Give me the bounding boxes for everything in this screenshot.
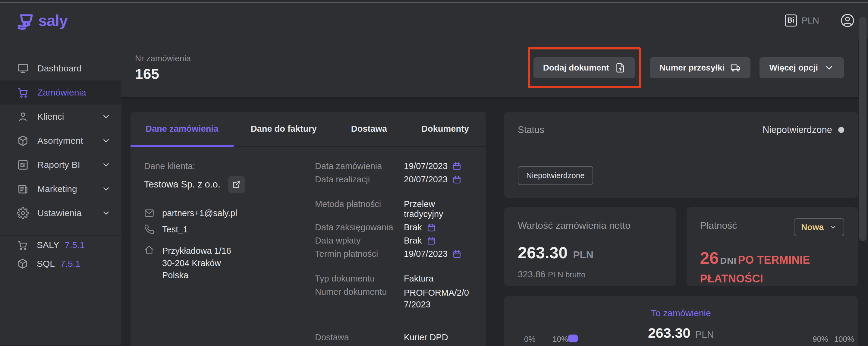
- main-area: Nr zamówienia 165 Dodaj dokument: [121, 38, 868, 345]
- payment-title: Płatność: [700, 220, 737, 231]
- chevron-down-icon: [829, 223, 837, 231]
- sidebar-item-settings[interactable]: Ustawienia: [0, 201, 121, 225]
- newspaper-icon: [17, 183, 29, 195]
- bi-icon: Bi: [785, 14, 797, 27]
- sidebar-item-label: Asortyment: [37, 136, 83, 146]
- scale-label-10: 10%: [553, 335, 568, 344]
- chevron-down-icon: [824, 63, 834, 73]
- client-email: partners+1@saly.pl: [162, 208, 237, 218]
- saly-logo[interactable]: saly: [17, 11, 67, 30]
- monitor-icon: [17, 62, 29, 74]
- svg-text:Bi: Bi: [20, 162, 26, 168]
- status-value-row: Niepotwierdzone: [763, 124, 844, 135]
- calendar-icon[interactable]: [453, 162, 461, 171]
- order-number-block: Nr zamówienia 165: [135, 54, 191, 82]
- more-options-button[interactable]: Więcej opcji: [760, 57, 844, 78]
- field-label: Numer dokumentu: [315, 287, 404, 297]
- order-value-title: Wartość zamówienia netto: [518, 220, 662, 231]
- tab-invoice-data[interactable]: Dane do faktury: [234, 112, 334, 146]
- order-details-card: Dane zamówienia Dane do faktury Dostawa …: [130, 112, 486, 346]
- address-line-2: 30-204 Kraków: [162, 258, 221, 268]
- right-column: Status Niepotwierdzone Niepotwierdzone W…: [504, 112, 858, 345]
- order-number-label: Nr zamówienia: [135, 54, 191, 63]
- field-value: 19/07/2023: [404, 161, 447, 171]
- sidebar: Dashboard Zamówienia Klienci: [0, 38, 121, 345]
- cart-icon: [17, 87, 29, 99]
- tab-order-data[interactable]: Dane zamówienia: [130, 112, 234, 146]
- calendar-icon[interactable]: [453, 250, 461, 259]
- tab-delivery[interactable]: Dostawa: [334, 112, 404, 146]
- payment-status-select[interactable]: Nowa: [794, 218, 844, 236]
- progress-slider-handle[interactable]: [568, 335, 578, 342]
- open-client-button[interactable]: [228, 176, 245, 193]
- chevron-down-icon: [101, 160, 111, 169]
- sidebar-item-assortment[interactable]: Asortyment: [0, 129, 121, 153]
- gear-icon: [17, 207, 29, 219]
- field-label: Data wpłaty: [315, 236, 404, 246]
- field-row: Dostawa Kurier DPD: [315, 333, 472, 342]
- field-row: Numer dokumentu PROFORMA/2/07/2023: [315, 287, 472, 310]
- content-area: Dane zamówienia Dane do faktury Dostawa …: [121, 99, 858, 345]
- field-row: Metoda płatności Przelew tradycyjny: [315, 199, 472, 219]
- sidebar-item-label: Raporty BI: [37, 160, 80, 170]
- version-name: SALY: [37, 240, 59, 250]
- version-number: 7.5.1: [60, 259, 81, 269]
- field-value: Faktura: [404, 274, 433, 284]
- sidebar-item-clients[interactable]: Klienci: [0, 104, 121, 129]
- person-icon: [17, 111, 29, 123]
- order-value-card: Wartość zamówienia netto 263.30 PLN 323.…: [504, 207, 676, 286]
- sidebar-item-label: Zamówienia: [37, 87, 86, 98]
- tab-label: Dostawa: [351, 124, 387, 134]
- tab-label: Dokumenty: [421, 124, 469, 134]
- scale-label-0: 0%: [524, 335, 535, 344]
- field-label: Data zamówienia: [315, 161, 404, 171]
- sidebar-item-label: Klienci: [37, 112, 64, 122]
- more-options-label: Więcej opcji: [769, 63, 818, 73]
- chevron-down-icon: [101, 136, 111, 145]
- add-document-button[interactable]: Dodaj dokument: [533, 57, 635, 78]
- gross-amount: 323.86: [518, 269, 546, 279]
- payment-progress-scale: 0% 10% 90% 100%: [504, 335, 858, 346]
- summary-title: To zamówienie: [504, 308, 858, 318]
- client-phone-row: Test_1: [144, 224, 303, 234]
- sidebar-item-marketing[interactable]: Marketing: [0, 177, 121, 201]
- client-name: Testowa Sp. z o.o.: [144, 179, 220, 190]
- sidebar-item-orders[interactable]: Zamówienia: [0, 81, 121, 104]
- field-label: Dostawa: [315, 333, 404, 342]
- logo-text: saly: [38, 11, 67, 30]
- order-fields-column: Data zamówienia 19/07/2023 Data realizac…: [315, 161, 472, 346]
- sidebar-item-reports-bi[interactable]: Bi Raporty BI: [0, 153, 121, 177]
- saly-version-row: SALY 7.5.1: [0, 236, 121, 254]
- vertical-scrollbar[interactable]: [859, 17, 867, 241]
- status-card: Status Niepotwierdzone Niepotwierdzone: [504, 112, 858, 198]
- account-menu[interactable]: [840, 13, 855, 28]
- net-amount: 263.30: [518, 243, 567, 262]
- tab-documents[interactable]: Dokumenty: [404, 112, 486, 146]
- order-tabs: Dane zamówienia Dane do faktury Dostawa …: [130, 112, 486, 147]
- cube-icon: [17, 258, 28, 270]
- status-chip[interactable]: Niepotwierdzone: [518, 166, 593, 185]
- payment-card: Płatność Nowa 26 DNI PO TERMINIE: [687, 207, 858, 286]
- tracking-number-button[interactable]: Numer przesyłki: [650, 57, 750, 78]
- field-label: Termin płatności: [315, 249, 404, 259]
- metric-cards-row: Wartość zamówienia netto 263.30 PLN 323.…: [504, 207, 858, 286]
- currency-selector[interactable]: Bi PLN: [785, 14, 819, 27]
- annotation-highlight-box: Dodaj dokument: [528, 47, 641, 88]
- calendar-icon[interactable]: [453, 175, 461, 184]
- envelope-icon: [144, 208, 154, 218]
- sidebar-item-dashboard[interactable]: Dashboard: [0, 56, 121, 81]
- status-dot: [838, 127, 844, 133]
- chevron-down-icon: [101, 209, 111, 218]
- client-name-row: Testowa Sp. z o.o.: [144, 176, 303, 193]
- calendar-icon[interactable]: [427, 223, 436, 232]
- status-value: Niepotwierdzone: [763, 124, 832, 135]
- order-actions: Dodaj dokument Numer przesyłki: [528, 47, 844, 88]
- field-row: Termin płatności 19/07/2023: [315, 249, 472, 259]
- chevron-down-icon: [101, 112, 111, 121]
- calendar-icon[interactable]: [427, 236, 436, 245]
- overdue-days-unit: DNI: [720, 256, 737, 265]
- field-value: Kurier DPD: [404, 333, 448, 342]
- field-label: Typ dokumentu: [315, 274, 404, 284]
- order-header: Nr zamówienia 165 Dodaj dokument: [121, 38, 858, 99]
- cart-icon: [17, 239, 28, 251]
